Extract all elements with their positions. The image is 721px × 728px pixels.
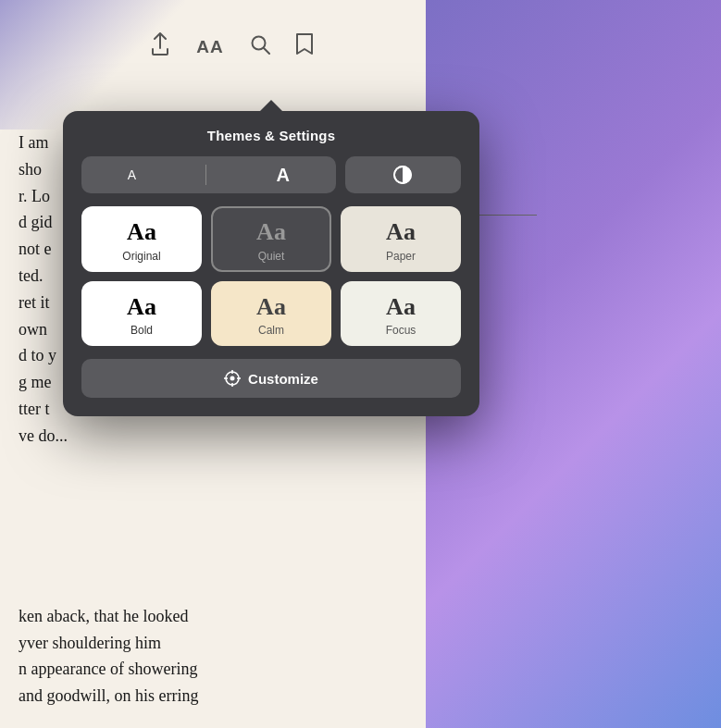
corner-gradient bbox=[0, 0, 185, 130]
font-decrease-button[interactable]: A bbox=[128, 168, 136, 181]
theme-original[interactable]: Aa Original bbox=[81, 206, 202, 272]
controls-row: A A bbox=[81, 156, 461, 193]
theme-grid: Aa Original Aa Quiet Aa Paper Aa Bold Aa… bbox=[81, 206, 461, 346]
font-size-control[interactable]: A A bbox=[81, 156, 336, 193]
theme-calm[interactable]: Aa Calm bbox=[211, 281, 331, 347]
font-increase-button[interactable]: A bbox=[277, 166, 290, 184]
theme-quiet[interactable]: Aa Quiet bbox=[211, 206, 331, 272]
popup-title: Themes & Settings bbox=[81, 128, 461, 143]
font-divider bbox=[205, 165, 206, 185]
svg-line-1 bbox=[264, 48, 269, 54]
theme-paper-name: Paper bbox=[386, 250, 416, 263]
customize-button[interactable]: Customize bbox=[81, 359, 461, 398]
search-icon[interactable] bbox=[250, 34, 270, 60]
theme-bold-name: Bold bbox=[131, 324, 153, 337]
toolbar: AA bbox=[46, 32, 416, 62]
customize-label: Customize bbox=[248, 371, 318, 387]
svg-point-5 bbox=[230, 376, 235, 381]
theme-focus[interactable]: Aa Focus bbox=[341, 281, 461, 347]
themes-settings-popup: Themes & Settings A A Aa Original Aa Qui… bbox=[63, 111, 479, 416]
theme-original-name: Original bbox=[122, 250, 160, 263]
theme-bold[interactable]: Aa Bold bbox=[81, 281, 202, 347]
font-size-icon[interactable]: AA bbox=[196, 37, 223, 57]
theme-focus-name: Focus bbox=[386, 324, 416, 337]
book-text-bottom: ken aback, that he looked yver shoulderi… bbox=[0, 603, 398, 728]
theme-bold-label: Aa bbox=[127, 294, 156, 321]
theme-calm-label: Aa bbox=[256, 294, 286, 321]
bookmark-icon[interactable] bbox=[296, 33, 313, 61]
theme-original-label: Aa bbox=[127, 219, 156, 246]
theme-focus-label: Aa bbox=[386, 294, 416, 321]
contrast-toggle[interactable] bbox=[345, 156, 461, 193]
theme-quiet-label: Aa bbox=[256, 219, 286, 246]
theme-paper-label: Aa bbox=[386, 219, 416, 246]
theme-paper[interactable]: Aa Paper bbox=[341, 206, 461, 272]
theme-calm-name: Calm bbox=[258, 324, 284, 337]
theme-quiet-name: Quiet bbox=[258, 250, 285, 263]
share-icon[interactable] bbox=[150, 32, 170, 62]
